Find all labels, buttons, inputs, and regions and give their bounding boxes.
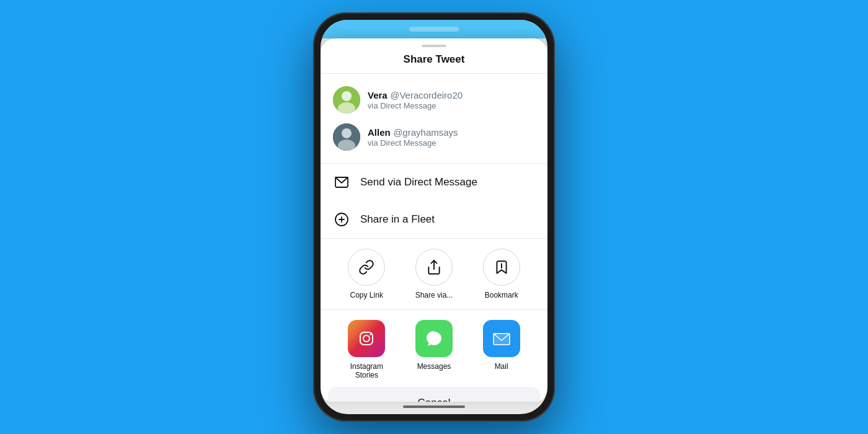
vera-handle: @Veracordeiro20 [390,90,463,100]
copy-link-action[interactable]: Copy Link [348,249,385,299]
instagram-app[interactable]: InstagramStories [348,320,385,379]
bookmark-label: Bookmark [485,291,518,299]
share-via-action[interactable]: Share via... [415,249,453,299]
avatar-vera [333,86,360,113]
envelope-icon [333,174,350,191]
action-row: Copy Link Share via... [321,239,547,310]
allen-info: Allen @grayhamsays via Direct Message [368,127,458,148]
bookmark-action[interactable]: Bookmark [483,249,520,299]
messages-app[interactable]: Messages [415,320,453,379]
mail-app-icon [483,320,520,357]
vera-name: Vera [368,90,388,100]
allen-name-line: Allen @grayhamsays [368,127,458,138]
contact-allen[interactable]: Allen @grayhamsays via Direct Message [321,118,547,156]
share-icon [426,259,442,275]
messages-label: Messages [417,362,451,371]
sheet-title: Share Tweet [321,51,547,74]
avatar-allen [333,123,360,151]
link-icon [358,259,374,275]
vera-name-line: Vera @Veracordeiro20 [368,90,463,101]
screen-top-bar [321,20,547,38]
home-indicator [403,405,465,408]
allen-name: Allen [368,127,391,138]
instagram-label: InstagramStories [350,362,383,379]
plus-circle-icon [333,211,350,228]
svg-point-7 [363,335,370,342]
share-via-label: Share via... [415,291,453,299]
bookmark-circle [483,249,520,286]
send-dm-item[interactable]: Send via Direct Message [321,164,547,201]
phone-screen: Share Tweet Vera @Veracordeiro20 via Dir… [321,20,547,414]
instagram-icon [348,320,385,357]
send-dm-label: Send via Direct Message [360,176,477,188]
mail-label: Mail [495,362,508,371]
cancel-button[interactable]: Cancel [328,387,540,402]
allen-handle: @grayhamsays [393,127,458,138]
share-via-circle [415,249,453,286]
mail-app[interactable]: Mail [483,320,520,379]
messages-icon [415,320,453,357]
share-fleet-label: Share in a Fleet [360,213,435,226]
contact-vera[interactable]: Vera @Veracordeiro20 via Direct Message [321,81,547,118]
share-sheet: Share Tweet Vera @Veracordeiro20 via Dir… [321,38,547,402]
phone-device: Share Tweet Vera @Veracordeiro20 via Dir… [313,12,555,422]
sheet-handle [422,45,446,47]
app-row: InstagramStories Messages [321,310,547,387]
contacts-section: Vera @Veracordeiro20 via Direct Message … [321,74,547,164]
vera-info: Vera @Veracordeiro20 via Direct Message [368,90,463,110]
menu-section: Send via Direct Message Share in a Fleet [321,164,547,239]
copy-link-circle [348,249,385,286]
bookmark-icon [494,259,510,275]
vera-via: via Direct Message [368,101,463,110]
allen-via: via Direct Message [368,138,458,148]
svg-point-8 [370,334,371,335]
notch-pill [409,27,459,32]
share-fleet-item[interactable]: Share in a Fleet [321,201,547,238]
copy-link-label: Copy Link [350,291,383,299]
